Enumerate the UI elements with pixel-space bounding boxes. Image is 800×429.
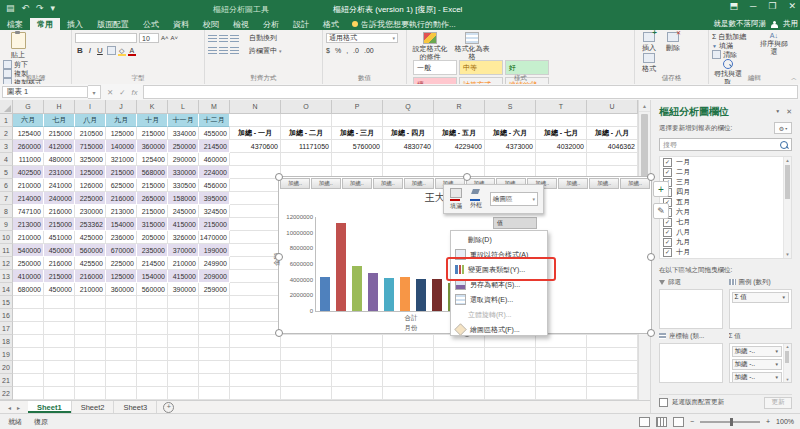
merge-center-button[interactable]: 跨欄置中: [249, 46, 277, 56]
cell[interactable]: 加總 - 三月: [332, 127, 383, 140]
cell[interactable]: 245000: [168, 205, 199, 218]
cell[interactable]: 415000: [168, 270, 199, 283]
cell[interactable]: [587, 374, 638, 387]
font-size-select[interactable]: 10: [139, 33, 159, 43]
merge-dropdown-icon[interactable]: ▾: [279, 48, 282, 54]
pill-dropdown-icon[interactable]: ▼: [782, 295, 786, 300]
cell[interactable]: 230000: [75, 205, 106, 218]
cell[interactable]: 213000: [106, 205, 137, 218]
cell[interactable]: [44, 335, 75, 348]
cell[interactable]: 十二月: [199, 114, 230, 127]
chart-bar-三月[interactable]: [352, 266, 362, 311]
cell[interactable]: 215000: [44, 218, 75, 231]
scroll-thumb[interactable]: [785, 165, 790, 199]
cell[interactable]: [230, 270, 281, 283]
row-header[interactable]: 1: [0, 114, 13, 127]
cell[interactable]: [106, 335, 137, 348]
tab-常用[interactable]: 常用: [30, 18, 60, 30]
row-header[interactable]: 4: [0, 153, 13, 166]
zoom-out-icon[interactable]: −: [690, 418, 694, 425]
user-name[interactable]: 就是數不落阿湯: [714, 19, 767, 29]
cell[interactable]: [230, 374, 281, 387]
cell[interactable]: 加總 - 四月: [383, 127, 434, 140]
cell[interactable]: [332, 153, 383, 166]
sheet-tab-Sheet2[interactable]: Sheet2: [72, 401, 115, 413]
row-header[interactable]: 7: [0, 192, 13, 205]
cell[interactable]: 215000: [106, 166, 137, 179]
tab-版面配置[interactable]: 版面配置: [90, 18, 136, 30]
column-header-Q[interactable]: Q: [383, 100, 434, 113]
cell[interactable]: [199, 361, 230, 374]
cell[interactable]: 214500: [137, 257, 168, 270]
cell[interactable]: 十一月: [168, 114, 199, 127]
cell[interactable]: [168, 374, 199, 387]
field-checkbox-row[interactable]: ✓七月: [660, 217, 791, 227]
grow-font-button[interactable]: A˄: [161, 35, 169, 41]
cell[interactable]: [230, 231, 281, 244]
cell[interactable]: [230, 114, 281, 127]
name-box[interactable]: 圖表 1: [2, 86, 88, 98]
cell[interactable]: [106, 374, 137, 387]
cell[interactable]: [230, 361, 281, 374]
delete-cells-button[interactable]: 刪除: [662, 32, 684, 53]
cell[interactable]: 4229400: [434, 140, 485, 153]
number-button[interactable]: $: [326, 47, 330, 54]
cell[interactable]: 265000: [137, 192, 168, 205]
legend-area[interactable]: Σ 值 ▼: [729, 289, 793, 329]
scroll-up-icon[interactable]: ▲: [639, 100, 650, 112]
scroll-down-icon[interactable]: ▼: [784, 252, 791, 257]
field-checkbox-row[interactable]: ✓一月: [660, 157, 791, 167]
row-header[interactable]: 13: [0, 270, 13, 283]
cell[interactable]: 154000: [137, 270, 168, 283]
cell[interactable]: [536, 114, 587, 127]
cell[interactable]: [281, 374, 332, 387]
cell[interactable]: [281, 361, 332, 374]
cell[interactable]: [106, 322, 137, 335]
cell[interactable]: [44, 374, 75, 387]
cell[interactable]: [13, 387, 44, 400]
cell[interactable]: [13, 296, 44, 309]
cell[interactable]: 625000: [106, 179, 137, 192]
cell[interactable]: 260000: [13, 140, 44, 153]
cell[interactable]: 560000: [75, 244, 106, 257]
cell[interactable]: [13, 361, 44, 374]
cell[interactable]: 4370600: [230, 140, 281, 153]
cell[interactable]: 240000: [44, 192, 75, 205]
chart-bar-四月[interactable]: [368, 273, 378, 311]
cell[interactable]: 125000: [106, 270, 137, 283]
cell[interactable]: [75, 322, 106, 335]
cell[interactable]: [332, 387, 383, 400]
number-button[interactable]: %: [335, 47, 341, 54]
paste-button[interactable]: 貼上: [3, 32, 33, 60]
scroll-thumb[interactable]: [785, 351, 789, 363]
cell[interactable]: [106, 361, 137, 374]
cell[interactable]: [230, 179, 281, 192]
align-bottom-icon[interactable]: [230, 35, 239, 42]
column-header-N[interactable]: N: [230, 100, 281, 113]
collapse-ribbon-icon[interactable]: ︿: [791, 74, 797, 83]
cell[interactable]: 六月: [13, 114, 44, 127]
cell[interactable]: 216000: [75, 270, 106, 283]
qat-dropdown-icon[interactable]: ▾: [51, 3, 56, 13]
redo-icon[interactable]: ↷: [36, 3, 44, 13]
conditional-formatting-button[interactable]: 設定格式化的條件: [410, 32, 450, 60]
cell[interactable]: [332, 374, 383, 387]
cell[interactable]: 250000: [168, 140, 199, 153]
chart-bar-五月[interactable]: [384, 278, 394, 311]
cell[interactable]: 140000: [106, 140, 137, 153]
row-header[interactable]: 14: [0, 283, 13, 296]
cell[interactable]: 456000: [199, 179, 230, 192]
align-top-icon[interactable]: [208, 35, 217, 42]
cell[interactable]: [332, 348, 383, 361]
cell[interactable]: 加總 - 五月: [434, 127, 485, 140]
cell[interactable]: 七月: [44, 114, 75, 127]
cell[interactable]: [137, 387, 168, 400]
cell[interactable]: 250000: [13, 257, 44, 270]
cell[interactable]: [137, 335, 168, 348]
cell[interactable]: [383, 348, 434, 361]
cell[interactable]: 290000: [168, 153, 199, 166]
row-header[interactable]: 12: [0, 257, 13, 270]
enter-icon[interactable]: ✓: [119, 88, 125, 97]
cell[interactable]: 1470000: [199, 231, 230, 244]
cell[interactable]: [485, 153, 536, 166]
